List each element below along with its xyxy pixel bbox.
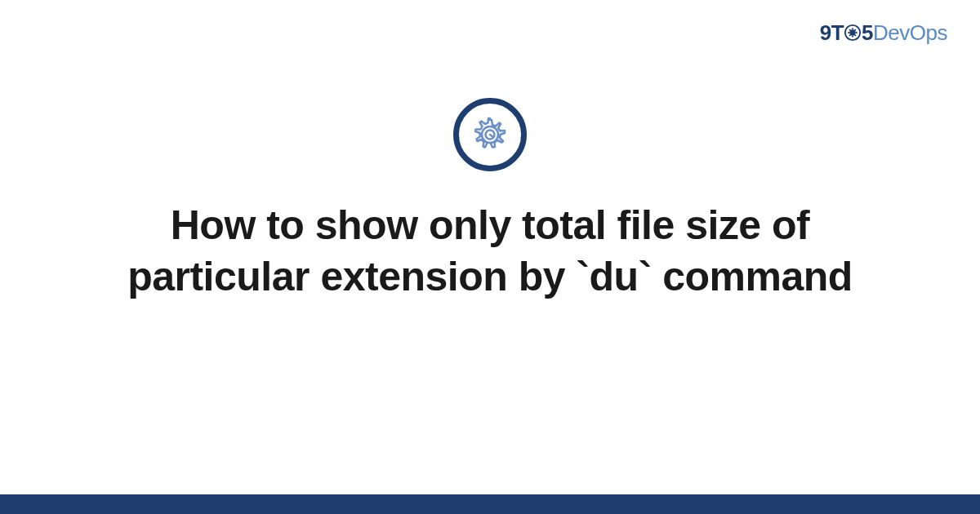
page-title: How to show only total file size of part…	[74, 200, 906, 302]
main-content: How to show only total file size of part…	[0, 98, 980, 302]
logo-gear-icon	[844, 24, 862, 42]
main-icon-circle	[453, 98, 527, 171]
site-logo: 9T 5DevOps	[820, 20, 947, 46]
gear-icon	[470, 114, 510, 155]
logo-text-devops: DevOps	[873, 20, 947, 45]
logo-text-5: 5	[862, 20, 873, 45]
logo-text-9t: 9T	[820, 20, 844, 45]
svg-point-1	[850, 30, 855, 35]
footer-bar	[0, 494, 980, 514]
